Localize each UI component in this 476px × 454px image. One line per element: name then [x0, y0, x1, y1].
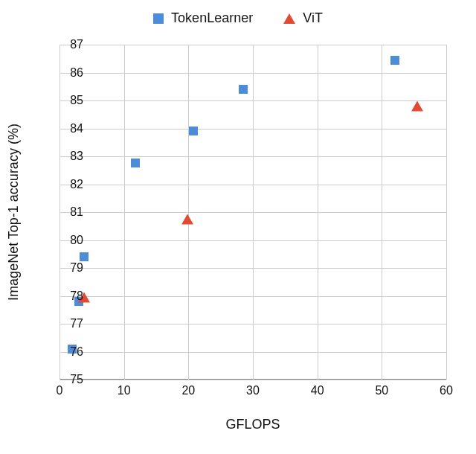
y-tick-label: 85: [46, 94, 83, 107]
legend: TokenLearner ViT: [0, 10, 476, 28]
gridline-v: [124, 45, 125, 380]
triangle-icon: [283, 13, 295, 24]
x-tick-label: 60: [440, 384, 453, 397]
legend-label: ViT: [303, 10, 323, 26]
y-tick-label: 81: [46, 205, 83, 219]
y-tick-label: 79: [46, 261, 83, 275]
y-tick-label: 76: [46, 345, 83, 359]
x-axis-label: GFLOPS: [225, 417, 280, 432]
x-tick-label: 0: [57, 384, 63, 397]
gridline-v: [446, 45, 447, 380]
y-tick-label: 75: [46, 373, 83, 386]
gridline-v: [253, 45, 254, 380]
gridline-v: [318, 45, 318, 380]
x-tick-label: 20: [181, 384, 195, 397]
x-tick-label: 10: [118, 384, 131, 397]
gridline-h: [60, 380, 446, 380]
y-tick-label: 87: [46, 38, 83, 51]
data-point-tokenlearner: [80, 252, 89, 261]
x-tick-label: 30: [246, 384, 260, 397]
data-point-tokenlearner: [390, 56, 399, 65]
legend-label: TokenLearner: [171, 10, 253, 26]
data-point-vit: [411, 101, 423, 112]
data-point-tokenlearner: [189, 127, 198, 135]
plot-area: [60, 45, 446, 380]
y-tick-label: 78: [46, 290, 83, 303]
y-tick-label: 80: [46, 234, 83, 247]
y-axis-label: ImageNet Top-1 accuracy (%): [6, 124, 22, 301]
data-point-vit: [181, 214, 193, 225]
scatter-chart: TokenLearner ViT ImageNet Top-1 accuracy…: [0, 0, 476, 454]
x-tick-label: 40: [311, 384, 324, 397]
data-point-tokenlearner: [131, 159, 140, 167]
y-tick-label: 86: [46, 66, 83, 80]
gridline-v: [382, 45, 382, 380]
legend-item-tokenlearner: TokenLearner: [153, 10, 253, 26]
y-tick-label: 82: [46, 178, 83, 191]
data-point-tokenlearner: [239, 85, 248, 94]
y-tick-label: 83: [46, 150, 83, 163]
square-icon: [153, 13, 164, 24]
x-tick-label: 50: [375, 384, 388, 397]
gridline-v: [188, 45, 189, 380]
y-tick-label: 84: [46, 122, 83, 135]
legend-item-vit: ViT: [283, 10, 323, 26]
y-tick-label: 77: [46, 317, 83, 330]
